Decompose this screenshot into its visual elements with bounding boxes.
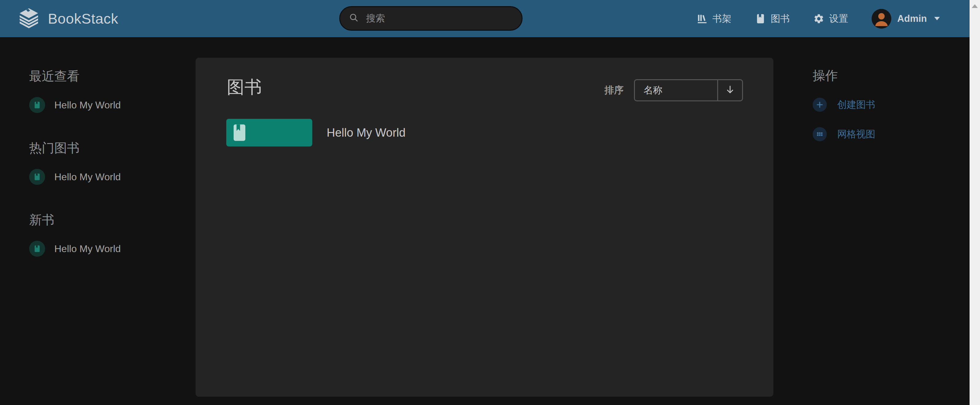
search-input[interactable] — [365, 13, 513, 24]
book-cover — [226, 119, 312, 147]
vertical-scrollbar[interactable] — [970, 0, 980, 405]
sort-label: 排序 — [605, 84, 624, 97]
chevron-down-icon — [934, 17, 940, 20]
actions-title: 操作 — [813, 69, 945, 82]
new-book-link[interactable]: Hello My World — [29, 241, 173, 257]
nav-item-books[interactable]: 图书 — [755, 12, 790, 25]
page-title: 图书 — [227, 77, 262, 97]
bookstack-logo-icon — [18, 7, 40, 31]
user-menu[interactable]: Admin — [872, 9, 940, 29]
arrow-down-icon — [725, 85, 735, 96]
book-title: Hello My World — [54, 243, 121, 255]
search-bar — [339, 6, 523, 31]
section-title-new-books: 新书 — [29, 213, 173, 226]
book-icon — [755, 13, 766, 24]
search-icon — [349, 13, 359, 24]
right-sidebar: 操作 创建图书 网格视图 — [813, 69, 945, 141]
nav-label: 设置 — [829, 12, 848, 25]
action-label: 网格视图 — [837, 128, 875, 140]
book-icon — [29, 241, 45, 257]
app-header: BookStack 书架 — [0, 0, 970, 37]
sort-controls: 排序 名称 — [605, 79, 743, 101]
book-icon — [29, 169, 45, 185]
create-book-button[interactable]: 创建图书 — [813, 98, 945, 112]
book-title: Hello My World — [54, 99, 121, 111]
section-title-recently-viewed: 最近查看 — [29, 69, 173, 83]
plus-icon — [813, 98, 827, 112]
sort-option-button[interactable]: 名称 — [635, 80, 717, 100]
bookshelf-icon — [697, 13, 708, 24]
avatar — [872, 9, 891, 29]
popular-book-link[interactable]: Hello My World — [29, 169, 173, 185]
scroll-up-icon[interactable] — [972, 4, 978, 8]
book-title: Hello My World — [54, 171, 121, 183]
book-list-item[interactable]: Hello My World — [226, 119, 406, 147]
nav-item-settings[interactable]: 设置 — [813, 12, 848, 25]
header-nav: 书架 图书 设置 — [697, 0, 940, 37]
nav-label: 图书 — [771, 12, 790, 25]
section-title-popular-books: 热门图书 — [29, 141, 173, 155]
book-title: Hello My World — [327, 126, 406, 139]
nav-item-shelves[interactable]: 书架 — [697, 12, 732, 25]
grid-view-button[interactable]: 网格视图 — [813, 127, 945, 141]
action-label: 创建图书 — [837, 98, 875, 111]
sort-direction-button[interactable] — [718, 80, 742, 100]
app-title: BookStack — [48, 10, 118, 27]
recent-book-link[interactable]: Hello My World — [29, 97, 173, 113]
books-panel: 图书 排序 名称 Hello My World — [196, 58, 773, 397]
nav-label: 书架 — [713, 12, 732, 25]
gear-icon — [813, 13, 824, 24]
left-sidebar: 最近查看 Hello My World 热门图书 Hello My World … — [29, 69, 173, 285]
book-icon — [29, 97, 45, 113]
user-name: Admin — [897, 13, 927, 24]
sort-box: 名称 — [634, 79, 743, 101]
grid-icon — [813, 127, 827, 141]
app-logo[interactable]: BookStack — [18, 7, 118, 31]
